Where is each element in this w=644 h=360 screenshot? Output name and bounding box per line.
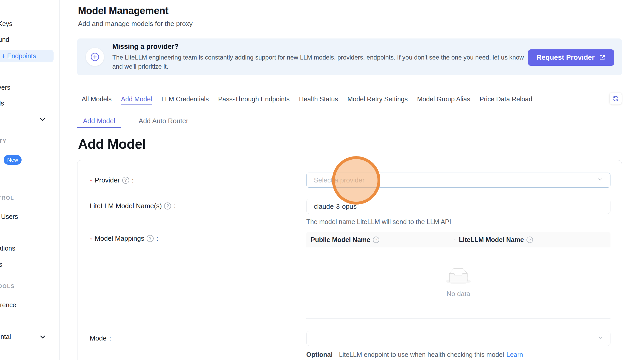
sidebar-item-guardrails[interactable]: ils: [0, 100, 4, 107]
add-model-form-card: * Provider ? : Select a provider LiteLLM…: [77, 160, 622, 360]
sidebar-section-label-1: TY: [0, 138, 7, 144]
missing-provider-banner: Missing a provider? The LiteLLM engineer…: [77, 38, 622, 75]
sidebar-item-inference[interactable]: erence: [0, 301, 16, 309]
column-label: Public Model Name: [311, 236, 370, 244]
label-colon: :: [174, 202, 175, 210]
mode-label-text: Mode: [90, 334, 107, 342]
sidebar-item-playground[interactable]: und: [0, 36, 9, 43]
external-link-icon: [599, 54, 606, 61]
help-icon[interactable]: ?: [164, 202, 171, 210]
sidebar-item-experimental[interactable]: ental: [0, 333, 11, 341]
banner-body: The LiteLLM engineering team is constant…: [112, 53, 526, 71]
model-name-input[interactable]: claude-3-opus: [306, 199, 610, 214]
model-mappings-label-text: Model Mappings: [95, 234, 144, 243]
sidebar-item-teams[interactable]: s: [0, 261, 2, 268]
model-mappings-label: * Model Mappings ? :: [90, 234, 158, 243]
model-tabs: All Models Add Model LLM Credentials Pas…: [77, 94, 622, 105]
sidebar-item-keys[interactable]: Keys: [0, 20, 12, 28]
request-provider-button[interactable]: Request Provider: [528, 49, 614, 66]
mode-label: Mode :: [90, 334, 111, 342]
sidebar-section-label-3: OOLS: [0, 283, 15, 289]
mode-helper-text: - LiteLLM endpoint to use when health ch…: [335, 351, 504, 358]
tab-health-status[interactable]: Health Status: [299, 94, 338, 105]
request-provider-label: Request Provider: [536, 54, 595, 62]
plus-circle-icon: [86, 48, 104, 66]
provider-placeholder: Select a provider: [314, 176, 365, 184]
sidebar-item-endpoints-label: + Endpoints: [2, 50, 36, 62]
column-litellm-model-name: LiteLLM Model Name ?: [454, 236, 610, 244]
tab-add-model[interactable]: Add Model: [121, 94, 152, 105]
sidebar-item-servers[interactable]: rvers: [0, 84, 10, 91]
mode-select[interactable]: [306, 331, 610, 346]
page-subtitle: Add and manage models for the proxy: [78, 20, 193, 28]
learn-link[interactable]: Learn: [506, 351, 523, 358]
label-colon: :: [109, 334, 111, 342]
label-colon: :: [156, 234, 158, 243]
required-asterisk: *: [90, 235, 92, 244]
sidebar-item-models-endpoints-active[interactable]: + Endpoints: [0, 50, 54, 62]
no-data-text: No data: [446, 290, 470, 298]
mappings-empty-state: No data: [306, 247, 610, 319]
tab-llm-credentials[interactable]: LLM Credentials: [161, 94, 209, 105]
provider-label: * Provider ? :: [90, 176, 134, 184]
model-name-helper: The model name LiteLLM will send to the …: [306, 218, 451, 226]
provider-select[interactable]: Select a provider: [306, 173, 610, 188]
model-name-label-text: LiteLLM Model Name(s): [90, 202, 162, 210]
refresh-icon: [612, 95, 619, 102]
sidebar-section-label-2: TROL: [0, 195, 14, 201]
sidebar-item-organizations[interactable]: ations: [0, 245, 15, 252]
model-mappings-table: Public Model Name ? LiteLLM Model Name ?…: [306, 232, 610, 319]
subtab-add-auto-router[interactable]: Add Auto Router: [133, 115, 194, 128]
chevron-down-icon: [597, 335, 603, 343]
banner-title: Missing a provider?: [112, 43, 526, 51]
chevron-down-icon: [597, 176, 603, 184]
provider-label-text: Provider: [95, 176, 120, 184]
column-public-model-name: Public Model Name ?: [306, 236, 454, 244]
required-asterisk: *: [90, 177, 92, 185]
tab-model-retry-settings[interactable]: Model Retry Settings: [347, 94, 408, 105]
column-label: LiteLLM Model Name: [459, 236, 524, 244]
subtab-add-model[interactable]: Add Model: [77, 115, 121, 128]
tab-price-data-reload[interactable]: Price Data Reload: [479, 94, 532, 105]
help-icon[interactable]: ?: [122, 177, 129, 184]
page-title: Model Management: [78, 5, 168, 16]
help-icon[interactable]: ?: [147, 235, 154, 242]
add-model-subtabs: Add Model Add Auto Router: [77, 115, 622, 128]
tab-pass-through-endpoints[interactable]: Pass-Through Endpoints: [218, 94, 290, 105]
mode-helper-bold: Optional: [306, 351, 333, 358]
mode-helper: Optional - LiteLLM endpoint to use when …: [306, 351, 523, 358]
sidebar-chevron-down-icon-2[interactable]: [39, 333, 46, 340]
tab-model-group-alias[interactable]: Model Group Alias: [417, 94, 470, 105]
sidebar-item-users[interactable]: Users: [1, 213, 18, 220]
tab-all-models[interactable]: All Models: [82, 94, 112, 105]
refresh-button[interactable]: [610, 93, 622, 104]
add-model-heading: Add Model: [78, 136, 146, 152]
new-badge: New: [4, 155, 22, 165]
help-icon[interactable]: ?: [526, 237, 533, 243]
empty-inbox-icon: [446, 268, 471, 285]
label-colon: :: [132, 176, 134, 184]
model-name-value: claude-3-opus: [314, 202, 357, 211]
sidebar-chevron-down-icon[interactable]: [39, 116, 46, 123]
mappings-table-header: Public Model Name ? LiteLLM Model Name ?: [306, 232, 610, 247]
help-icon[interactable]: ?: [373, 237, 379, 243]
sidebar: Keys und + Endpoints rvers ils TY New TR…: [0, 0, 60, 360]
model-name-label: LiteLLM Model Name(s) ? :: [90, 202, 176, 210]
